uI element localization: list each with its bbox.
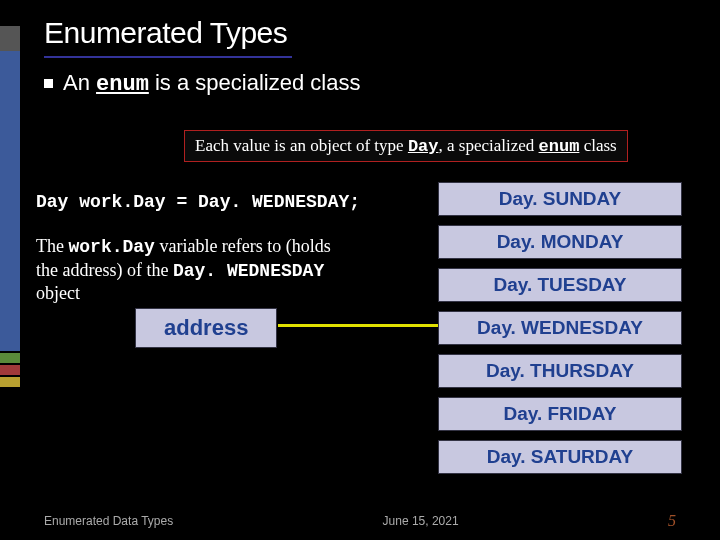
caption-day: Day [408, 137, 439, 156]
bullet-post: is a specialized class [149, 70, 361, 95]
pointer-arrow [278, 324, 438, 327]
footer: Enumerated Data Types June 15, 2021 5 [0, 512, 720, 530]
accent-seg-gray [0, 26, 20, 51]
caption-enum: enum [539, 137, 580, 156]
explain-l3: object [36, 283, 80, 303]
accent-seg-yellow [0, 377, 20, 387]
accent-sidebar [0, 26, 20, 426]
day-friday: Day. FRIDAY [438, 397, 682, 431]
accent-seg-red [0, 365, 20, 375]
footer-left: Enumerated Data Types [44, 514, 173, 528]
caption-pre: Each value is an object of type [195, 136, 408, 155]
bullet-pre: An [63, 70, 96, 95]
bullet-enum: enum [96, 72, 149, 97]
explain-l2-pre: the address) of the [36, 260, 173, 280]
code-line: Day work.Day = Day. WEDNESDAY; [36, 192, 360, 212]
day-monday: Day. MONDAY [438, 225, 682, 259]
caption-mid: , a specialized [439, 136, 539, 155]
explain-l1-mono: work.Day [68, 237, 154, 257]
accent-seg-green [0, 353, 20, 363]
bullet-text: An enum is a specialized class [63, 70, 360, 97]
day-wednesday: Day. WEDNESDAY [438, 311, 682, 345]
footer-page-number: 5 [668, 512, 676, 530]
explain-l1-post: variable refers to (holds [155, 236, 331, 256]
bullet-line: An enum is a specialized class [44, 70, 360, 97]
page-title: Enumerated Types [44, 16, 287, 50]
accent-seg-blue [0, 51, 20, 351]
address-box: address [135, 308, 277, 348]
explain-l2-mono: Day. WEDNESDAY [173, 261, 324, 281]
day-thursday: Day. THURSDAY [438, 354, 682, 388]
day-sunday: Day. SUNDAY [438, 182, 682, 216]
title-underline [44, 56, 292, 58]
day-saturday: Day. SATURDAY [438, 440, 682, 474]
caption-post: class [579, 136, 616, 155]
day-list: Day. SUNDAY Day. MONDAY Day. TUESDAY Day… [438, 182, 682, 474]
day-tuesday: Day. TUESDAY [438, 268, 682, 302]
explanation-text: The work.Day variable refers to (holds t… [36, 235, 376, 305]
footer-center: June 15, 2021 [383, 514, 459, 528]
explain-l1-pre: The [36, 236, 68, 256]
caption-box: Each value is an object of type Day, a s… [184, 130, 628, 162]
bullet-icon [44, 79, 53, 88]
